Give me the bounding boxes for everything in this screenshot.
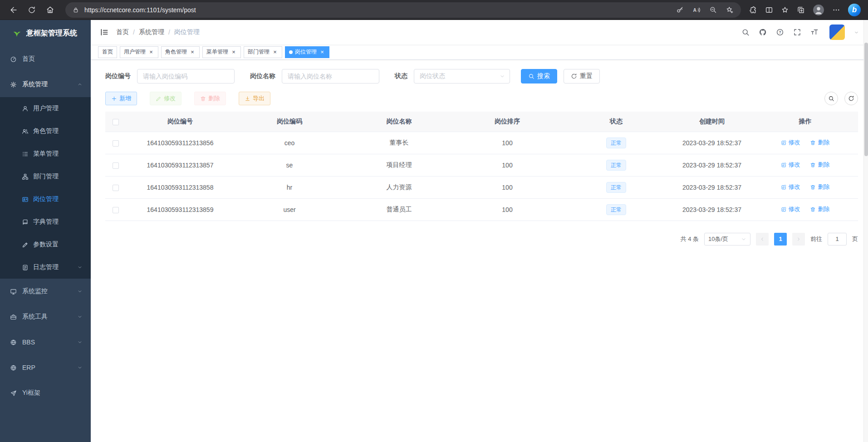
sidebar-item-system-tools[interactable]: 系统工具 — [0, 304, 91, 329]
bing-copilot-icon[interactable]: b — [848, 4, 861, 16]
site-lock-icon[interactable] — [73, 7, 79, 13]
split-screen-icon[interactable] — [765, 6, 773, 14]
sidebar-fold-icon[interactable] — [100, 28, 109, 37]
row-delete-button[interactable]: 删除 — [810, 138, 829, 147]
select-all-checkbox[interactable] — [113, 119, 119, 125]
browser-back-button[interactable] — [6, 3, 21, 17]
add-favorite-star-icon[interactable] — [726, 6, 734, 14]
sidebar-item-label: BBS — [22, 339, 35, 346]
browser-profile-avatar[interactable] — [813, 4, 824, 16]
sidebar-item-system-monitor[interactable]: 系统监控 — [0, 279, 91, 304]
add-button[interactable]: 新增 — [105, 92, 137, 105]
svg-text:A: A — [693, 7, 697, 12]
next-page-button[interactable] — [792, 233, 805, 246]
chevron-left-icon — [760, 236, 765, 242]
row-delete-button[interactable]: 删除 — [810, 205, 829, 213]
row-checkbox[interactable] — [113, 207, 119, 213]
svg-text:?: ? — [779, 30, 781, 34]
export-button[interactable]: 导出 — [239, 92, 270, 105]
sidebar-item-erp[interactable]: ERP — [0, 355, 91, 380]
sidebar-item-menu-management[interactable]: 菜单管理 — [0, 142, 91, 165]
browser-refresh-button[interactable] — [25, 3, 39, 17]
sidebar-item-parameter-settings[interactable]: 参数设置 — [0, 233, 91, 256]
tab-home[interactable]: 首页 — [98, 46, 117, 58]
password-key-icon[interactable] — [676, 6, 684, 14]
sidebar-item-role-management[interactable]: 角色管理 — [0, 120, 91, 142]
row-checkbox[interactable] — [113, 162, 119, 169]
browser-home-button[interactable] — [43, 3, 57, 17]
sidebar-item-system-management[interactable]: 系统管理 — [0, 72, 91, 97]
goto-page-input[interactable] — [828, 233, 847, 246]
table-toolbar: 新增 修改 删除 导出 — [105, 92, 858, 105]
table-header-row: 岗位编号 岗位编码 岗位名称 岗位排序 状态 创建时间 操作 — [105, 112, 858, 132]
post-name-input[interactable] — [282, 69, 379, 83]
row-delete-button[interactable]: 删除 — [810, 183, 829, 191]
tab-post-management[interactable]: 岗位管理× — [285, 46, 329, 58]
page-number-button[interactable]: 1 — [774, 233, 787, 246]
scrollbar-thumb[interactable] — [864, 43, 868, 156]
close-icon[interactable]: × — [148, 49, 154, 55]
delete-button[interactable]: 删除 — [194, 92, 226, 105]
row-edit-button[interactable]: 修改 — [781, 138, 800, 147]
sidebar-item-post-management[interactable]: 岗位管理 — [0, 188, 91, 211]
row-edit-button[interactable]: 修改 — [781, 161, 800, 169]
sidebar-item-department-management[interactable]: 部门管理 — [0, 165, 91, 188]
help-question-icon[interactable]: ? — [776, 28, 784, 36]
breadcrumb-system[interactable]: 系统管理 — [139, 28, 164, 36]
breadcrumb-current: 岗位管理 — [174, 28, 200, 36]
sidebar-item-log-management[interactable]: 日志管理 — [0, 256, 91, 279]
tab-role-management[interactable]: 角色管理× — [161, 46, 200, 58]
close-icon[interactable]: × — [272, 49, 278, 55]
search-icon[interactable] — [741, 28, 750, 36]
row-edit-button[interactable]: 修改 — [781, 183, 800, 191]
favorites-star-icon[interactable] — [781, 6, 789, 14]
fullscreen-icon[interactable] — [793, 28, 801, 36]
status-select[interactable]: 岗位状态 — [414, 69, 510, 83]
github-icon[interactable] — [759, 28, 767, 36]
tab-department-management[interactable]: 部门管理× — [244, 46, 282, 58]
edit-square-icon — [781, 206, 787, 212]
sidebar-item-bbs[interactable]: BBS — [0, 329, 91, 355]
address-bar[interactable]: https://ccnetcore.com:1101/system/post A — [65, 2, 741, 18]
cell-post-id: 1641030593112313857 — [126, 154, 235, 176]
extensions-puzzle-icon[interactable] — [749, 6, 757, 14]
user-avatar[interactable] — [829, 25, 845, 40]
toggle-search-button[interactable] — [824, 92, 838, 105]
filter-form: 岗位编号 岗位名称 状态 岗位状态 搜索 — [105, 69, 858, 83]
refresh-table-button[interactable] — [844, 92, 858, 105]
breadcrumb-home[interactable]: 首页 — [116, 28, 129, 36]
close-icon[interactable]: × — [230, 49, 237, 55]
prev-page-button[interactable] — [756, 233, 769, 246]
search-button[interactable]: 搜索 — [521, 69, 557, 83]
close-icon[interactable]: × — [319, 49, 325, 55]
close-icon[interactable]: × — [189, 49, 196, 55]
sidebar-item-home[interactable]: 首页 — [0, 46, 91, 72]
edit-button[interactable]: 修改 — [150, 92, 181, 105]
edit-square-icon — [781, 162, 787, 168]
browser-menu-ellipsis-icon[interactable] — [832, 6, 840, 14]
collections-icon[interactable] — [797, 6, 805, 14]
read-aloud-icon[interactable]: A — [692, 6, 701, 14]
trash-icon — [810, 140, 816, 146]
avatar-caret-down-icon[interactable] — [854, 30, 859, 35]
page-size-select[interactable]: 10条/页 — [704, 233, 750, 246]
sidebar-item-yi-framework[interactable]: Yi框架 — [0, 380, 91, 406]
post-code-input[interactable] — [137, 69, 235, 83]
cell-post-name: 董事长 — [344, 132, 454, 154]
sidebar-item-dictionary-management[interactable]: 字典管理 — [0, 211, 91, 233]
goto-label: 前往 — [810, 235, 822, 243]
tab-menu-management[interactable]: 菜单管理× — [202, 46, 241, 58]
row-checkbox[interactable] — [113, 185, 119, 191]
row-delete-button[interactable]: 删除 — [810, 161, 829, 169]
sidebar-item-user-management[interactable]: 用户管理 — [0, 97, 91, 120]
font-size-icon[interactable] — [810, 28, 819, 36]
reset-button[interactable]: 重置 — [564, 69, 600, 83]
row-checkbox[interactable] — [113, 140, 119, 147]
url-text[interactable]: https://ccnetcore.com:1101/system/post — [84, 6, 671, 14]
zoom-out-icon[interactable] — [709, 6, 717, 14]
app-logo: 意框架管理系统 — [0, 20, 91, 46]
tab-user-management[interactable]: 用户管理× — [120, 46, 158, 58]
page-scrollbar[interactable] — [863, 20, 868, 442]
row-edit-button[interactable]: 修改 — [781, 205, 800, 213]
sidebar-item-label: 字典管理 — [33, 218, 59, 226]
